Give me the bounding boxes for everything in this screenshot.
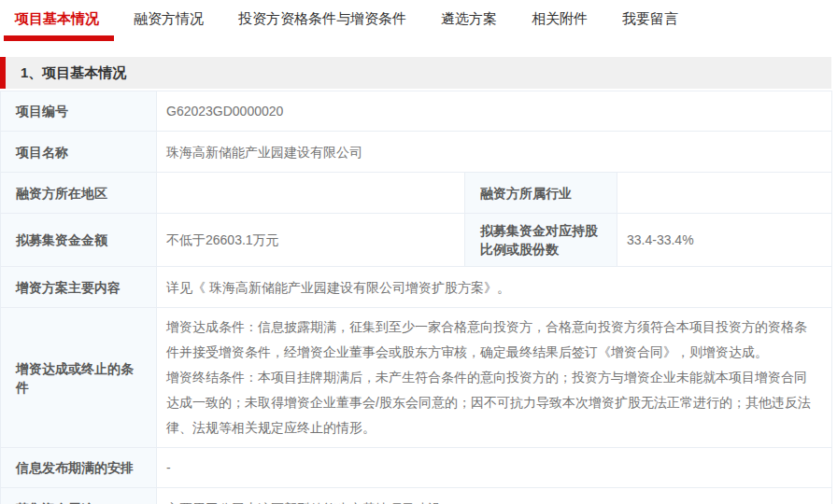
field-value-fundraising-amount: 不低于26603.1万元 [157,214,465,267]
field-value-expiry-arrangement: - [157,448,832,488]
field-value-financing-party-industry [617,173,832,214]
field-label-equity-ratio: 拟募集资金对应持股比例或股份数 [465,214,617,267]
field-value-equity-ratio: 33.4-33.4% [617,214,832,267]
condition-paragraph-completion: 增资达成条件：信息披露期满，征集到至少一家合格意向投资方，合格意向投资方须符合本… [166,315,818,365]
project-info-table: 项目编号 G62023GD0000020 项目名称 珠海高新储能产业园建设有限公… [0,91,832,504]
table-row-project-id: 项目编号 G62023GD0000020 [1,91,832,132]
field-label-funds-usage: 募集资金用途 [1,488,157,504]
table-row-fundraising-amount: 拟募集资金金额 不低于26603.1万元 拟募集资金对应持股比例或股份数 33.… [1,214,832,267]
field-value-completion-termination-conditions: 增资达成条件：信息披露期满，征集到至少一家合格意向投资方，合格意向投资方须符合本… [157,308,832,448]
table-row-region-industry: 融资方所在地区 融资方所属行业 [1,173,832,214]
table-row-funds-usage: 募集资金用途 主要用于公司大湾区新型储能生产基地项目建设 [1,488,832,504]
field-label-completion-termination-conditions: 增资达成或终止的条件 [1,308,157,448]
field-value-project-id: G62023GD0000020 [157,91,832,132]
field-label-financing-party-industry: 融资方所属行业 [465,173,617,214]
field-label-expiry-arrangement: 信息发布期满的安排 [1,448,157,488]
field-label-project-name: 项目名称 [1,132,157,173]
tab-related-attachments[interactable]: 相关附件 [532,10,588,41]
table-row-capital-increase-plan: 增资方案主要内容 详见《 珠海高新储能产业园建设有限公司增资扩股方案》。 [1,267,832,308]
field-label-capital-increase-plan: 增资方案主要内容 [1,267,157,308]
field-value-funds-usage: 主要用于公司大湾区新型储能生产基地项目建设 [157,488,832,504]
tab-leave-message[interactable]: 我要留言 [622,10,678,41]
tab-financing-party-info[interactable]: 融资方情况 [134,10,204,41]
table-row-project-name: 项目名称 珠海高新储能产业园建设有限公司 [1,132,832,173]
table-row-expiry-arrangement: 信息发布期满的安排 - [1,448,832,488]
tab-bar: 项目基本情况 融资方情况 投资方资格条件与增资条件 遴选方案 相关附件 我要留言 [0,0,837,44]
table-row-completion-termination-conditions: 增资达成或终止的条件 增资达成条件：信息披露期满，征集到至少一家合格意向投资方，… [1,308,832,448]
tab-selection-plan[interactable]: 遴选方案 [441,10,497,41]
tab-project-basic-info[interactable]: 项目基本情况 [15,10,99,41]
field-value-capital-increase-plan: 详见《 珠海高新储能产业园建设有限公司增资扩股方案》。 [157,267,832,308]
section-title: 1、项目基本情况 [21,64,126,82]
condition-paragraph-termination: 增资终结条件：本项目挂牌期满后，未产生符合条件的意向投资方的；投资方与增资企业未… [166,365,818,441]
field-value-financing-party-region [157,173,465,214]
field-label-financing-party-region: 融资方所在地区 [1,173,157,214]
section-header: 1、项目基本情况 [0,57,831,89]
field-label-fundraising-amount: 拟募集资金金额 [1,214,157,267]
field-value-project-name: 珠海高新储能产业园建设有限公司 [157,132,832,173]
tab-investor-qualification-conditions[interactable]: 投资方资格条件与增资条件 [238,10,406,41]
field-label-project-id: 项目编号 [1,91,157,132]
